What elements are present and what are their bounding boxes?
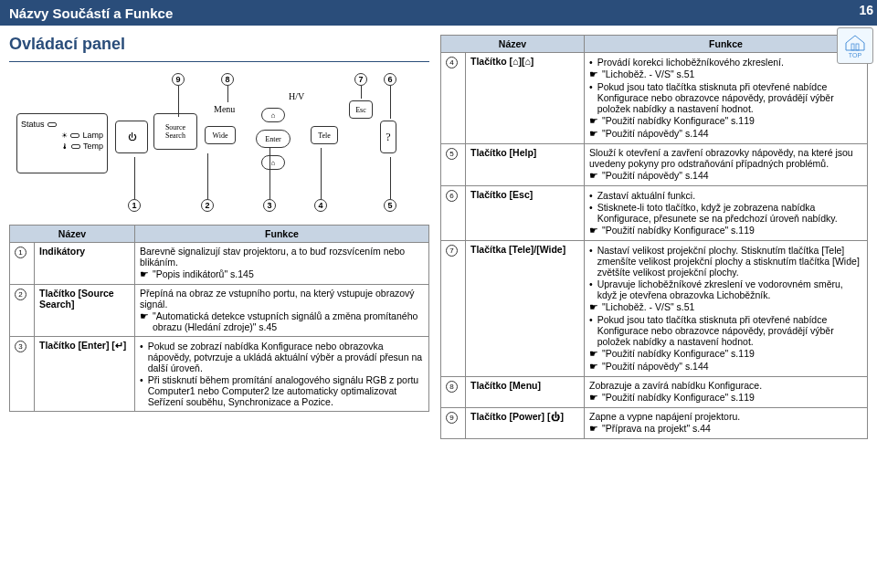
table-row: 8 Tlačítko [Menu] Zobrazuje a zavírá nab… <box>441 377 868 408</box>
section-title: Ovládací panel <box>9 35 429 54</box>
table-row: 3 Tlačítko [Enter] [↵] Pokud se zobrazí … <box>10 337 429 412</box>
col-func: Funkce <box>135 226 429 243</box>
help-button: ? <box>380 121 396 153</box>
callout-2: 2 <box>201 199 214 212</box>
power-button: ⏻ <box>115 121 148 153</box>
table-row: 9 Tlačítko [Power] [⏻] Zapne a vypne nap… <box>441 408 868 439</box>
enter-cluster: ⌂ Enter ⌂ <box>245 104 300 186</box>
callout-1: 1 <box>128 199 141 212</box>
page-header: Názvy Součástí a Funkce <box>0 0 877 26</box>
table-header-row: Název Funkce <box>10 226 429 243</box>
table-row: 1 Indikátory Barevně signalizují stav pr… <box>10 243 429 285</box>
callout-7: 7 <box>354 73 367 86</box>
table-row: 6 Tlačítko [Esc] Zastaví aktuální funkci… <box>441 186 868 241</box>
callout-5: 5 <box>384 199 396 212</box>
hv-label: H/V <box>289 91 304 101</box>
wide-button: Wide <box>205 126 236 144</box>
status-label: Status <box>21 120 45 129</box>
callout-8: 8 <box>221 73 234 86</box>
right-description-table: Název Funkce 4 Tlačítko [⌂][⌂] Provádí k… <box>440 35 868 439</box>
page-corner: 16 TOP <box>813 0 877 53</box>
table-row: 5 Tlačítko [Help] Slouží k otevření a za… <box>441 144 868 186</box>
table-row: 4 Tlačítko [⌂][⌂] Provádí korekci lichob… <box>441 53 868 144</box>
callout-3: 3 <box>263 199 276 212</box>
top-label: TOP <box>849 52 861 58</box>
temp-label: Temp <box>83 142 103 151</box>
top-link-icon[interactable]: TOP <box>837 27 873 64</box>
keystone-down-button: ⌂ <box>261 155 285 170</box>
table-row: 2 Tlačítko [Source Search] Přepíná na ob… <box>10 285 429 337</box>
col-name: Název <box>441 36 585 53</box>
section-rule <box>9 61 429 62</box>
table-header-row: Název Funkce <box>441 36 868 53</box>
header-title: Názvy Součástí a Funkce <box>9 5 868 21</box>
enter-button: Enter <box>256 130 291 148</box>
menu-label: Menu <box>214 104 235 114</box>
table-row: 7 Tlačítka [Tele]/[Wide] Nastaví velikos… <box>441 241 868 377</box>
callout-9: 9 <box>172 73 185 86</box>
tele-button: Tele <box>311 126 338 144</box>
left-description-table: Název Funkce 1 Indikátory Barevně signal… <box>9 225 429 412</box>
lamp-label: Lamp <box>82 131 103 140</box>
svg-rect-0 <box>851 44 854 50</box>
callout-4: 4 <box>314 199 327 212</box>
page-number: 16 <box>859 3 873 17</box>
callout-6: 6 <box>384 73 396 86</box>
keystone-up-button: ⌂ <box>261 108 285 122</box>
col-name: Název <box>10 226 135 243</box>
svg-rect-1 <box>856 44 859 50</box>
source-search-button: Source Search <box>153 113 197 150</box>
control-panel-diagram: 9 8 7 6 Status ☀ Lamp 🌡 Temp ⏻ Source Se… <box>9 71 429 217</box>
status-panel: Status ☀ Lamp 🌡 Temp <box>16 113 108 173</box>
esc-button: Esc <box>349 100 373 119</box>
